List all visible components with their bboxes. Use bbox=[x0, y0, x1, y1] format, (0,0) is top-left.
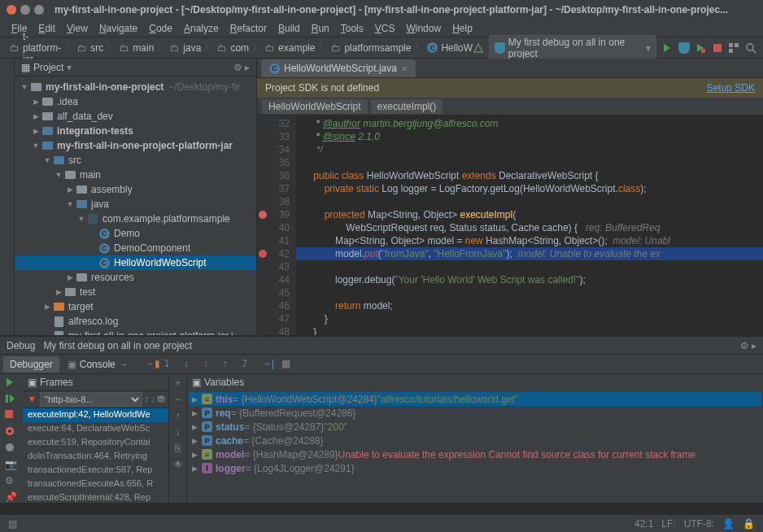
step-into-button[interactable]: ↓ bbox=[184, 358, 197, 371]
run-config-selector[interactable]: My first debug on all in one project ▾ bbox=[489, 35, 656, 61]
tree-node[interactable]: ▼com.example.platformsample bbox=[15, 211, 256, 226]
tree-node[interactable]: ▶.idea bbox=[15, 94, 256, 109]
tree-node[interactable]: ▼src bbox=[15, 153, 256, 168]
project-settings-icon[interactable]: ⚙ ▸ bbox=[233, 62, 250, 73]
variable-item[interactable]: ▶≡model = {HashMap@24289} Unable to eval… bbox=[189, 447, 761, 461]
variables-list[interactable]: ▶≡this = {HelloWorldWebScript@24284} "al… bbox=[187, 390, 763, 503]
variable-item[interactable]: ▶Pcache = {Cache@24288} bbox=[189, 434, 761, 447]
tree-node[interactable]: ▶integration-tests bbox=[15, 124, 256, 138]
thread-selector[interactable]: "http-bio-8... bbox=[40, 392, 142, 407]
show-execution-point-button[interactable]: →▮ bbox=[145, 358, 158, 371]
next-frame-button[interactable]: ↓ bbox=[150, 394, 155, 405]
resume-button[interactable] bbox=[5, 394, 18, 405]
inspector-icon[interactable]: 👤 bbox=[722, 518, 735, 530]
frame-item[interactable]: execute:64, DeclarativeWebSc bbox=[23, 422, 168, 436]
variable-item[interactable]: ▶flogger = {Log4JLogger@24291} bbox=[189, 461, 761, 475]
stop-debug-button[interactable] bbox=[5, 410, 18, 421]
stop-button[interactable] bbox=[711, 41, 723, 55]
breadcrumb-item[interactable]: 🗀main bbox=[116, 42, 157, 54]
force-step-into-button[interactable]: ↓ bbox=[203, 358, 216, 371]
debug-button[interactable] bbox=[678, 41, 690, 55]
debug-settings-icon[interactable]: ⚙ ▸ bbox=[740, 340, 756, 351]
tree-node[interactable]: CDemo bbox=[15, 226, 256, 241]
breadcrumb-item[interactable]: CHelloWorl... bbox=[424, 42, 472, 54]
tree-node[interactable]: ▶assembly bbox=[15, 182, 256, 197]
tree-node[interactable]: ▶alf_data_dev bbox=[15, 109, 256, 124]
run-button[interactable] bbox=[661, 41, 674, 55]
tree-node[interactable]: ▼my-first-all-in-one-project~/Desktop/my… bbox=[15, 80, 256, 94]
window-minimize-icon[interactable] bbox=[20, 5, 30, 15]
breadcrumb-class[interactable]: HelloWorldWebScript bbox=[262, 99, 368, 114]
lock-icon[interactable]: 🔒 bbox=[743, 518, 755, 530]
editor-tab[interactable]: C HelloWorldWebScript.java ✕ bbox=[261, 59, 416, 77]
variable-item[interactable]: ▶Pstatus = {Status@24287} "200" bbox=[189, 420, 761, 434]
frame-item[interactable]: transactionedExecuteAs:656, R bbox=[23, 477, 168, 491]
search-everywhere-button[interactable] bbox=[744, 41, 756, 55]
remove-watch-button[interactable]: − bbox=[175, 394, 181, 405]
debug-header[interactable]: Debug My first debug on all in one proje… bbox=[0, 337, 763, 355]
copy-button[interactable]: ⎘ bbox=[175, 443, 181, 454]
variable-item[interactable]: ▶Preq = {BufferedRequest@24286} bbox=[189, 406, 761, 420]
code-content[interactable]: * @author martin.bergljung@alfresco.com … bbox=[296, 116, 763, 335]
mute-breakpoints-button[interactable] bbox=[5, 443, 18, 454]
tree-node[interactable]: alfresco.log bbox=[15, 314, 256, 329]
frame-item[interactable]: executeImpl:42, HelloWorldWe bbox=[23, 408, 168, 422]
project-panel-header[interactable]: ▦ Project ▾ ⚙ ▸ bbox=[15, 59, 256, 76]
make-button[interactable] bbox=[473, 41, 485, 55]
frames-list[interactable]: executeImpl:42, HelloWorldWeexecute:64, … bbox=[23, 408, 168, 503]
file-encoding[interactable]: UTF-8: bbox=[684, 518, 714, 530]
frames-header: ▣Frames bbox=[23, 374, 168, 390]
variable-item[interactable]: ▶≡this = {HelloWorldWebScript@24284} "al… bbox=[189, 392, 761, 406]
evaluate-expression-button[interactable]: ▦ bbox=[281, 358, 294, 371]
view-breakpoints-button[interactable] bbox=[5, 426, 18, 438]
setup-sdk-link[interactable]: Setup SDK bbox=[707, 82, 755, 94]
show-watches-button[interactable]: 👁 bbox=[173, 459, 183, 470]
breadcrumb-method[interactable]: executeImpl() bbox=[371, 99, 443, 114]
console-tab[interactable]: ▣Console→ bbox=[61, 356, 135, 373]
settings-button[interactable]: ⚙ bbox=[5, 475, 18, 486]
debugger-tab[interactable]: Debugger bbox=[3, 356, 59, 373]
tree-node[interactable]: CHelloWorldWebScript bbox=[15, 255, 256, 270]
tree-node[interactable]: ▶target bbox=[15, 299, 256, 314]
step-out-button[interactable]: ↑ bbox=[223, 358, 236, 371]
left-tool-strip[interactable] bbox=[0, 59, 15, 335]
project-structure-button[interactable] bbox=[728, 41, 740, 55]
get-thread-dump-button[interactable]: 📷 bbox=[5, 459, 18, 470]
breadcrumb-item[interactable]: 🗀com bbox=[214, 42, 252, 54]
tree-node[interactable]: ▼my-first-all-in-one-project-platform-ja… bbox=[15, 138, 256, 153]
tree-node[interactable]: ▶resources bbox=[15, 270, 256, 285]
tree-node[interactable]: ▼java bbox=[15, 197, 256, 211]
code-editor[interactable]: 3233343536373839404142434445464748 * @au… bbox=[257, 116, 763, 335]
frame-item[interactable]: execute:519, RepositoryContai bbox=[23, 436, 168, 450]
tree-node[interactable]: my-first-all-in-one-project-platform-jar… bbox=[15, 329, 256, 335]
tree-node[interactable]: ▼main bbox=[15, 168, 256, 182]
pin-button[interactable]: 📌 bbox=[5, 491, 18, 503]
status-messages-icon[interactable]: ▤ bbox=[8, 518, 17, 530]
run-with-coverage-button[interactable] bbox=[695, 41, 707, 55]
cursor-position[interactable]: 42:1 bbox=[634, 518, 653, 530]
project-tree[interactable]: ▼my-first-all-in-one-project~/Desktop/my… bbox=[15, 76, 256, 335]
breadcrumb-item[interactable]: 🗀example bbox=[262, 42, 318, 54]
frame-item[interactable]: transactionedExecute:587, Rep bbox=[23, 464, 168, 477]
breadcrumb-item[interactable]: 🗀platformsample bbox=[328, 42, 414, 54]
rerun-button[interactable] bbox=[5, 377, 18, 389]
run-to-cursor-button[interactable]: →| bbox=[262, 358, 275, 371]
step-over-button[interactable]: ⤵ bbox=[164, 358, 177, 371]
frame-item[interactable]: doInTransaction:464, Retrying bbox=[23, 450, 168, 464]
editor-gutter[interactable]: 3233343536373839404142434445464748 bbox=[257, 116, 296, 335]
tree-node[interactable]: CDemoComponent bbox=[15, 241, 256, 255]
frames-filter-button[interactable]: ⛃ bbox=[157, 394, 165, 405]
new-watch-button[interactable]: + bbox=[175, 377, 181, 389]
drop-frame-button[interactable]: ⤴ bbox=[242, 358, 255, 371]
prev-frame-button[interactable]: ↑ bbox=[144, 394, 149, 405]
move-up-button[interactable]: ↑ bbox=[176, 410, 181, 421]
breadcrumb-item[interactable]: 🗀java bbox=[167, 42, 204, 54]
tree-node[interactable]: ▶test bbox=[15, 285, 256, 299]
frame-item[interactable]: executeScriptInternal:428, Rep bbox=[23, 491, 168, 503]
line-separator[interactable]: LF: bbox=[661, 518, 675, 530]
breadcrumb-item[interactable]: 🗀src bbox=[74, 42, 107, 54]
window-close-icon[interactable] bbox=[7, 5, 16, 15]
window-maximize-icon[interactable] bbox=[34, 5, 44, 15]
close-tab-icon[interactable]: ✕ bbox=[401, 64, 408, 73]
move-down-button[interactable]: ↓ bbox=[176, 426, 181, 438]
